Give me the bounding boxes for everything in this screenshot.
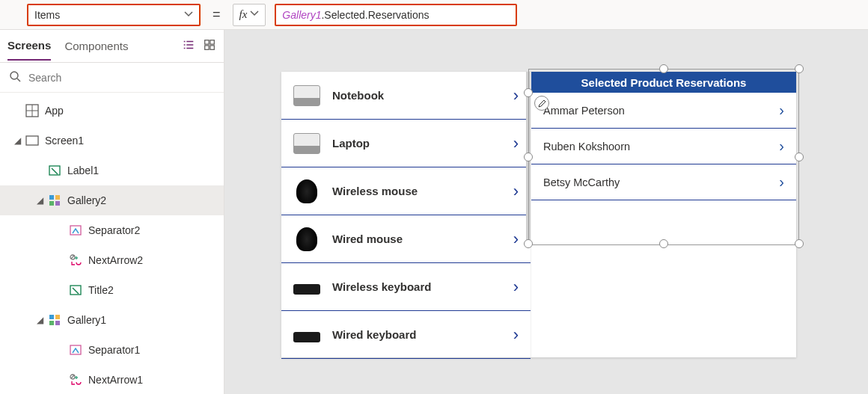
tree-search[interactable] [0, 63, 224, 93]
tree-panel: Screens Components App [0, 30, 224, 394]
property-name: Items [34, 9, 60, 21]
tree-item-nextarrow1[interactable]: NextArrow1 [0, 365, 224, 394]
tree-item-separator2[interactable]: Separator2 [0, 215, 224, 245]
tree-item-gallery1[interactable]: ◢ Gallery1 [0, 305, 224, 335]
tree-item-separator1[interactable]: Separator1 [0, 335, 224, 365]
product-label: Wired keyboard [332, 328, 501, 341]
tree-item-label: NextArrow2 [84, 254, 218, 266]
list-item[interactable]: Ammar Peterson › [531, 93, 796, 129]
list-item[interactable]: Wireless mouse › [281, 167, 531, 215]
list-item[interactable]: Wireless keyboard › [281, 263, 531, 311]
tree-item-label: App [40, 105, 218, 117]
svg-point-4 [10, 72, 18, 79]
property-dropdown[interactable]: Items [27, 4, 201, 26]
collapse-icon[interactable]: ◢ [10, 135, 24, 146]
tree-item-label: Gallery1 [63, 314, 218, 326]
grid-view-icon[interactable] [203, 38, 216, 55]
tree-item-label: Label1 [63, 164, 218, 176]
tab-components[interactable]: Components [64, 32, 128, 60]
reservation-label: Ruben Kokshoorn [543, 141, 630, 153]
product-thumb [293, 85, 320, 106]
tree-item-label: Title2 [84, 284, 218, 296]
tree-item-app[interactable]: App [0, 96, 224, 126]
resize-handle[interactable] [795, 239, 804, 248]
tree-item-title2[interactable]: Title2 [0, 275, 224, 305]
tab-screens[interactable]: Screens [7, 31, 51, 61]
svg-rect-12 [70, 226, 81, 235]
app-icon [24, 104, 40, 117]
collapse-icon[interactable]: ◢ [33, 195, 46, 206]
resize-handle[interactable] [795, 64, 804, 73]
panel-tabs: Screens Components [0, 30, 224, 63]
product-label: Wired mouse [332, 233, 501, 245]
label-icon [46, 164, 63, 177]
list-item[interactable]: Ruben Kokshoorn › [531, 129, 796, 164]
formula-input[interactable]: Gallery1.Selected.Reservations [275, 4, 517, 26]
svg-rect-8 [49, 195, 54, 200]
svg-rect-9 [55, 195, 60, 200]
svg-rect-18 [55, 321, 60, 325]
product-thumb [293, 284, 320, 295]
chevron-down-icon [184, 9, 193, 21]
search-input[interactable] [28, 72, 215, 84]
tree-item-label: Screen1 [40, 135, 218, 147]
list-view-icon[interactable] [182, 38, 195, 55]
tree: App ◢ Screen1 Label1 ◢ Gallery2 Separato… [0, 93, 224, 394]
label-icon [67, 283, 84, 297]
product-thumb [296, 179, 317, 203]
app-canvas[interactable]: Notebook › Laptop › Wireless mouse › Wir… [281, 72, 796, 357]
chevron-right-icon[interactable]: › [779, 102, 784, 119]
svg-rect-1 [210, 40, 214, 43]
svg-rect-0 [205, 40, 209, 43]
chevron-right-icon[interactable]: › [513, 277, 519, 297]
list-item[interactable]: Betsy McCarthy › [531, 164, 796, 200]
collapse-icon[interactable]: ◢ [33, 315, 46, 325]
fx-dropdown[interactable]: fx [233, 4, 266, 26]
resize-handle[interactable] [795, 153, 804, 161]
list-item[interactable]: Wired keyboard › [281, 311, 531, 359]
formula-token-path: .Selected.Reservations [321, 9, 429, 21]
tree-item-label: Separator1 [84, 344, 218, 356]
resize-handle[interactable] [524, 239, 533, 248]
product-label: Laptop [332, 137, 501, 150]
resize-handle[interactable] [659, 64, 668, 73]
tree-item-screen1[interactable]: ◢ Screen1 [0, 126, 224, 156]
screen-icon [24, 135, 40, 146]
gallery2[interactable]: Selected Product Reservations Ammar Pete… [531, 72, 796, 357]
svg-rect-19 [70, 345, 81, 354]
list-item[interactable]: Notebook › [281, 72, 531, 120]
resize-handle[interactable] [524, 153, 533, 161]
separator-icon [67, 224, 84, 237]
tree-item-gallery2[interactable]: ◢ Gallery2 [0, 185, 224, 215]
edit-icon[interactable] [534, 96, 549, 111]
chevron-right-icon[interactable]: › [779, 173, 784, 191]
svg-rect-17 [49, 321, 54, 325]
list-item[interactable]: Wired mouse › [281, 215, 531, 263]
svg-rect-2 [205, 45, 209, 49]
list-item[interactable]: Laptop › [281, 120, 531, 167]
resize-handle[interactable] [524, 88, 533, 97]
product-label: Notebook [332, 89, 501, 102]
tree-item-nextarrow2[interactable]: NextArrow2 [0, 245, 224, 275]
chevron-right-icon[interactable]: › [779, 138, 784, 155]
svg-rect-15 [49, 315, 54, 319]
chevron-right-icon[interactable]: › [513, 86, 519, 105]
product-thumb [296, 227, 317, 251]
chevron-right-icon[interactable]: › [513, 182, 519, 201]
svg-rect-16 [55, 315, 60, 319]
resize-handle[interactable] [659, 239, 668, 248]
product-thumb [293, 133, 320, 154]
tree-item-label1[interactable]: Label1 [0, 156, 224, 185]
canvas-area[interactable]: Notebook › Laptop › Wireless mouse › Wir… [224, 30, 868, 394]
tree-item-label: Gallery2 [63, 194, 218, 206]
search-icon [9, 70, 21, 85]
nextarrow-icon [67, 253, 84, 267]
reservation-label: Betsy McCarthy [543, 176, 620, 188]
gallery1[interactable]: Notebook › Laptop › Wireless mouse › Wir… [281, 72, 531, 357]
chevron-right-icon[interactable]: › [513, 134, 519, 153]
chevron-down-icon [250, 9, 259, 20]
svg-rect-6 [26, 136, 38, 145]
chevron-right-icon[interactable]: › [513, 230, 519, 249]
chevron-right-icon[interactable]: › [513, 325, 519, 345]
gallery2-header: Selected Product Reservations [531, 72, 796, 93]
